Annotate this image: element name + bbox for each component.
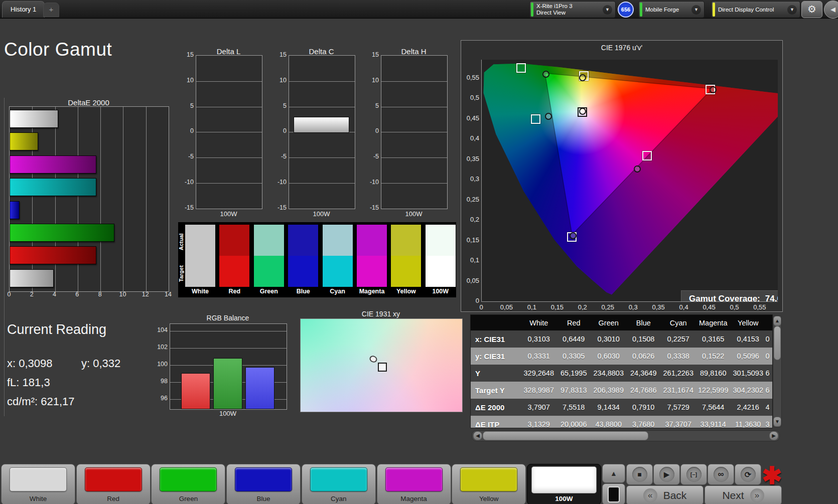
table-cell: 0,5096: [731, 352, 766, 360]
table-cell-partial: 0: [766, 352, 773, 360]
gridline: [381, 107, 447, 107]
reading-fl: fL: 181,3: [7, 376, 50, 389]
row-label: ΔE 2000: [471, 403, 521, 412]
patch-swatch: [10, 467, 67, 491]
patch-button-green[interactable]: Green: [151, 464, 225, 504]
play-icon: ▶: [659, 467, 674, 482]
chevron-down-icon[interactable]: ▼: [691, 5, 701, 15]
axis-tick-label: 0,45: [461, 114, 479, 122]
swatch-column-magenta: Magenta: [357, 225, 387, 296]
column-header-green: Green: [591, 319, 626, 327]
patch-button-red[interactable]: Red: [76, 464, 151, 504]
table-hscrollbar[interactable]: ◀ ▶: [472, 430, 780, 441]
measured-marker-red: [710, 86, 717, 93]
scroll-down-icon[interactable]: ▼: [773, 417, 781, 427]
delta-chart-0: [196, 55, 262, 209]
patch-button-yellow[interactable]: Yellow: [452, 464, 526, 504]
table-cell: 0,3305: [556, 352, 592, 360]
add-tab-button[interactable]: +: [43, 3, 59, 17]
axis-tick-label: -15: [271, 204, 287, 211]
chevron-down-icon[interactable]: ▼: [603, 5, 612, 15]
patch-button-100w[interactable]: 100W: [527, 464, 601, 504]
patch-label: Yellow: [452, 495, 525, 502]
continuous-button[interactable]: ∞: [708, 464, 734, 485]
meter-dropdown[interactable]: X-Rite i1Pro 3 Direct View ▼: [529, 1, 616, 18]
display-control-dropdown[interactable]: Direct Display Control ▼: [711, 1, 800, 18]
source-dropdown[interactable]: Mobile Forge ▼: [638, 1, 705, 18]
scroll-up-icon[interactable]: ▲: [773, 316, 781, 326]
scroll-left-icon[interactable]: ◀: [473, 431, 482, 440]
target-swatch: [323, 256, 353, 287]
axis-tick-label: 10: [364, 77, 379, 84]
axis-tick-label: 0,2: [575, 303, 591, 311]
gridline: [289, 157, 355, 158]
settings-button[interactable]: ⚙: [801, 1, 822, 18]
stop-button[interactable]: ■: [626, 464, 653, 485]
axis-tick-label: 4: [50, 291, 60, 298]
pattern-up-button[interactable]: ▲: [602, 464, 625, 483]
table-row: Target Y328,998797,8313206,398924,768623…: [471, 382, 772, 399]
column-header-yellow: Yellow: [731, 319, 766, 327]
swatch-column-blue: Blue: [288, 225, 318, 296]
column-header-red: Red: [556, 319, 592, 327]
back-button[interactable]: « Back: [626, 485, 704, 504]
deltae-bar-blue: [10, 201, 20, 219]
column-header-cyan: Cyan: [661, 319, 696, 327]
patch-button-white[interactable]: White: [1, 464, 75, 504]
scroll-right-icon[interactable]: ▶: [769, 431, 778, 440]
step-duration-button[interactable]: [–]: [680, 464, 707, 485]
table-cell: 0,3165: [696, 335, 731, 343]
current-reading-title: Current Reading: [7, 322, 106, 338]
table-row: ΔE 20003,79077,55189,14340,79107,57297,5…: [471, 399, 772, 416]
gridline: [146, 107, 147, 291]
table-vscrollbar[interactable]: ▲ ▼: [773, 315, 782, 427]
repeat-button[interactable]: ⟳: [735, 464, 761, 485]
patch-button-cyan[interactable]: Cyan: [302, 464, 376, 504]
next-button[interactable]: Next »: [705, 485, 782, 504]
deltae-plot: [9, 106, 169, 292]
collapse-icon: ◀: [830, 6, 835, 13]
vscroll-thumb[interactable]: [774, 326, 781, 360]
next-label: Next: [722, 489, 744, 501]
table-cell: 328,9987: [521, 386, 556, 394]
play-button[interactable]: ▶: [653, 464, 680, 485]
patch-swatch: [310, 467, 367, 491]
target-marker: [378, 363, 387, 372]
deltae-bar-white: [10, 269, 54, 287]
axis-tick-label: 0,5: [727, 303, 743, 311]
patch-swatch: [235, 467, 292, 491]
gridline: [289, 81, 355, 82]
swatch-label: Magenta: [354, 288, 390, 295]
rgb-xaxis-label: 100W: [170, 410, 286, 417]
patch-button-blue[interactable]: Blue: [226, 464, 301, 504]
collapse-panel-button[interactable]: ◀: [824, 1, 838, 19]
axis-tick-label: 0,3: [461, 175, 479, 183]
target-swatch: [288, 256, 318, 287]
actual-swatch: [288, 225, 318, 256]
tab-history-1[interactable]: History 1: [2, 1, 45, 18]
panel-divider: [4, 98, 5, 416]
table-cell: 0,2257: [661, 335, 696, 343]
swatch-label: Yellow: [388, 288, 424, 295]
table-cell: 304,2302: [731, 386, 766, 394]
swatch-label: White: [182, 288, 218, 295]
axis-tick-label: 10: [179, 77, 194, 84]
axis-tick-label: 0,15: [461, 236, 479, 244]
pattern-window-button[interactable]: [602, 483, 625, 504]
gridline: [196, 107, 262, 107]
reading-cdm2: cd/m²: 621,17: [7, 395, 75, 408]
gridline: [196, 132, 262, 132]
actual-target-strip: Actual Target WhiteRedGreenBlueCyanMagen…: [178, 222, 456, 297]
hscroll-thumb[interactable]: [483, 431, 648, 440]
patch-button-magenta[interactable]: Magenta: [377, 464, 451, 504]
table-cell: 43,8800: [591, 420, 626, 428]
axis-tick-label: 0,25: [461, 196, 479, 203]
axis-tick-label: 0: [4, 291, 14, 298]
chevron-down-icon[interactable]: ▼: [787, 5, 797, 15]
gridline: [100, 107, 101, 291]
axis-label: 100W: [196, 210, 261, 218]
axis-tick-label: 98: [153, 378, 168, 385]
table-cell: 0,3103: [521, 335, 556, 343]
chart-title-delta-c: Delta C: [289, 47, 354, 56]
axis-tick-label: -5: [364, 153, 379, 160]
